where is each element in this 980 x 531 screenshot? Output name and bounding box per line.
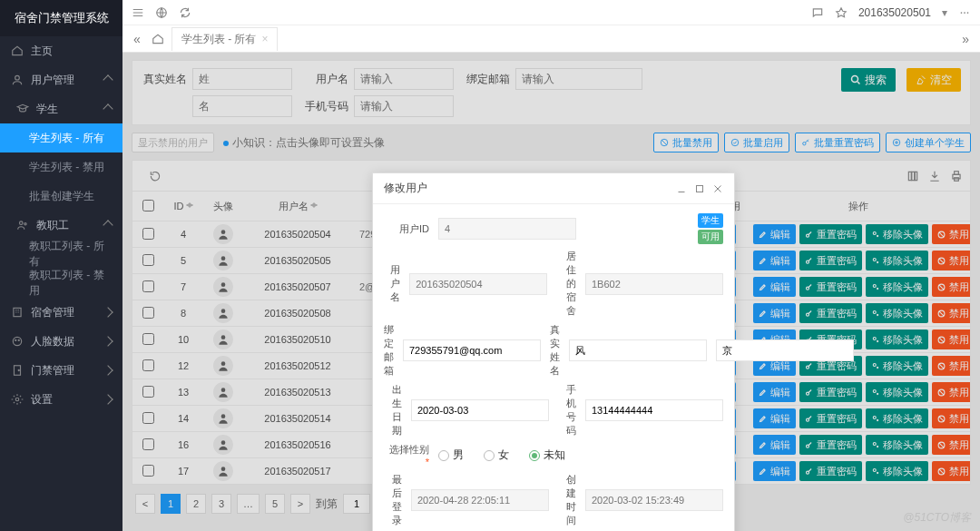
- tab-home-icon[interactable]: [152, 33, 164, 45]
- email-field[interactable]: [403, 339, 541, 361]
- tab-students[interactable]: 学生列表 - 所有 ×: [172, 27, 279, 51]
- building-icon: [11, 306, 24, 319]
- theme-icon[interactable]: [835, 6, 848, 19]
- sidebar-item-teacher[interactable]: 教职工: [0, 211, 122, 240]
- dorm-label: 居住的宿舍: [556, 250, 576, 318]
- phone-field[interactable]: [585, 399, 723, 421]
- chevron-right-icon: [103, 365, 113, 375]
- sidebar-item-label: 教职工: [36, 218, 69, 233]
- sidebar-item-student-all[interactable]: 学生列表 - 所有: [0, 123, 122, 152]
- sidebar-item-student-disabled[interactable]: 学生列表 - 禁用: [0, 152, 122, 182]
- sidebar-item-label: 教职工列表 - 所有: [29, 239, 112, 270]
- tab-bar: « 学生列表 - 所有 × »: [122, 25, 980, 53]
- face-icon: [11, 335, 24, 348]
- minimize-icon[interactable]: [676, 183, 687, 194]
- svg-point-2: [24, 223, 26, 225]
- user-id-label[interactable]: 201635020501: [858, 6, 931, 19]
- sidebar-item-label: 教职工列表 - 禁用: [29, 268, 112, 299]
- svg-rect-3: [14, 308, 21, 316]
- sidebar-item-face[interactable]: 人脸数据: [0, 327, 122, 356]
- chevron-right-icon: [103, 336, 113, 346]
- username-field: [409, 273, 547, 295]
- message-icon[interactable]: [811, 6, 824, 19]
- chevron-down-icon: [103, 74, 113, 84]
- svg-point-0: [15, 75, 20, 80]
- svg-rect-65: [697, 185, 703, 192]
- refresh-icon[interactable]: [179, 6, 191, 19]
- sidebar-item-users[interactable]: 用户管理: [0, 65, 122, 94]
- created-label: 创建时间: [558, 473, 576, 527]
- gender-label: 选择性别*: [384, 443, 429, 467]
- sidebar-item-student-batch[interactable]: 批量创建学生: [0, 182, 122, 211]
- birth-label: 出生日期: [384, 383, 402, 438]
- lastlogin-label: 最后登录: [384, 473, 402, 527]
- home-icon: [11, 44, 24, 57]
- teacher-icon: [16, 219, 29, 231]
- radio-label: 男: [453, 447, 464, 463]
- sidebar-item-label: 学生列表 - 所有: [29, 131, 104, 146]
- chevron-right-icon: [103, 394, 113, 404]
- menu-icon[interactable]: [132, 6, 144, 19]
- birth-field[interactable]: [411, 399, 549, 421]
- svg-point-5: [15, 339, 16, 340]
- door-icon: [11, 364, 24, 377]
- userid-field: [438, 218, 576, 240]
- svg-point-13: [967, 12, 969, 14]
- more-icon[interactable]: [958, 6, 971, 19]
- topbar: 201635020501 ▾: [122, 0, 980, 25]
- globe-icon[interactable]: [155, 6, 168, 19]
- sidebar-item-settings[interactable]: 设置: [0, 385, 122, 414]
- sidebar-item-student[interactable]: 学生: [0, 94, 122, 123]
- svg-point-12: [964, 12, 965, 14]
- sidebar-item-teacher-disabled[interactable]: 教职工列表 - 禁用: [0, 269, 122, 298]
- status-badge: 可用: [698, 230, 723, 244]
- gender-male-radio[interactable]: 男: [438, 447, 464, 463]
- phone-label: 手机号码: [558, 383, 576, 438]
- svg-point-4: [13, 337, 21, 345]
- role-badge: 学生: [698, 213, 723, 228]
- sidebar-item-home[interactable]: 主页: [0, 36, 122, 65]
- tab-label: 学生列表 - 所有: [181, 32, 257, 47]
- firstname-field[interactable]: [716, 339, 854, 361]
- email-label: 绑定邮箱: [384, 323, 394, 378]
- dorm-field: [585, 273, 723, 295]
- sidebar-item-label: 主页: [31, 44, 53, 59]
- created-field: [585, 489, 723, 511]
- chevron-down-icon: [103, 103, 113, 113]
- sidebar-item-label: 学生列表 - 禁用: [29, 160, 104, 175]
- student-icon: [16, 103, 29, 115]
- sidebar-item-label: 学生: [36, 102, 58, 117]
- svg-point-6: [18, 339, 19, 340]
- svg-point-11: [961, 12, 963, 14]
- chevron-right-icon: [103, 307, 113, 317]
- chevron-down-icon[interactable]: ▾: [942, 6, 947, 19]
- lastlogin-field: [411, 489, 549, 511]
- svg-point-9: [15, 398, 19, 401]
- sidebar-item-teacher-all[interactable]: 教职工列表 - 所有: [0, 240, 122, 269]
- svg-point-8: [18, 369, 19, 370]
- gender-unknown-radio[interactable]: 未知: [529, 447, 565, 463]
- sidebar-student-sub: 学生列表 - 所有 学生列表 - 禁用 批量创建学生: [0, 123, 122, 211]
- gear-icon: [11, 393, 24, 406]
- dialog-title: 修改用户: [384, 181, 427, 196]
- maximize-icon[interactable]: [694, 183, 705, 194]
- user-icon: [11, 74, 24, 86]
- realname-label: 真实姓名: [550, 323, 560, 378]
- sidebar-item-label: 设置: [31, 392, 53, 408]
- surname-field[interactable]: [569, 339, 707, 361]
- sidebar-item-label: 门禁管理: [31, 363, 74, 379]
- sidebar-teacher-sub: 教职工列表 - 所有 教职工列表 - 禁用: [0, 240, 122, 298]
- close-icon[interactable]: ×: [261, 33, 268, 45]
- dialog-header: 修改用户: [373, 173, 734, 204]
- tabs-prev-icon[interactable]: «: [130, 32, 144, 46]
- gender-female-radio[interactable]: 女: [484, 447, 509, 463]
- sidebar-item-label: 人脸数据: [31, 334, 74, 349]
- tabs-next-icon[interactable]: »: [958, 32, 973, 46]
- svg-point-1: [20, 221, 24, 225]
- close-icon[interactable]: [712, 183, 723, 194]
- sidebar-item-dorm[interactable]: 宿舍管理: [0, 298, 122, 327]
- watermark: @51CTO博客: [903, 510, 971, 526]
- sidebar-item-access[interactable]: 门禁管理: [0, 356, 122, 385]
- sidebar-item-label: 宿舍管理: [31, 305, 74, 320]
- radio-label: 女: [498, 447, 509, 463]
